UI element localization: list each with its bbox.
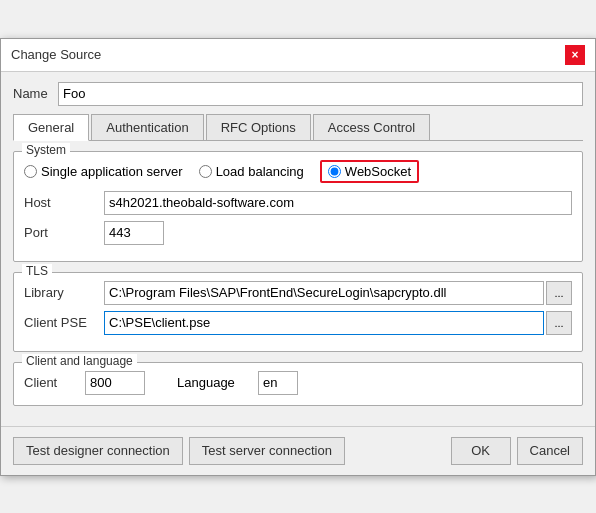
library-row: Library ... — [24, 281, 572, 305]
radio-single-app[interactable]: Single application server — [24, 164, 183, 179]
radio-websocket-highlighted: WebSocket — [320, 160, 419, 183]
test-designer-connection-button[interactable]: Test designer connection — [13, 437, 183, 465]
dialog-title: Change Source — [11, 47, 101, 62]
host-label: Host — [24, 195, 104, 210]
name-input[interactable] — [58, 82, 583, 106]
client-pse-input[interactable] — [104, 311, 544, 335]
dialog-body: Name General Authentication RFC Options … — [1, 72, 595, 426]
tabs: General Authentication RFC Options Acces… — [13, 114, 583, 141]
library-label: Library — [24, 285, 104, 300]
client-language-group-label: Client and language — [22, 354, 137, 368]
client-language-group: Client and language Client Language — [13, 362, 583, 406]
radio-websocket-input[interactable] — [328, 165, 341, 178]
language-label: Language — [177, 375, 242, 390]
host-input[interactable] — [104, 191, 572, 215]
name-label: Name — [13, 86, 58, 101]
client-pse-browse-button[interactable]: ... — [546, 311, 572, 335]
library-input[interactable] — [104, 281, 544, 305]
name-row: Name — [13, 82, 583, 106]
tab-general[interactable]: General — [13, 114, 89, 141]
radio-single-app-label: Single application server — [41, 164, 183, 179]
radio-load-balancing[interactable]: Load balancing — [199, 164, 304, 179]
radio-websocket-label: WebSocket — [345, 164, 411, 179]
port-row: Port — [24, 221, 572, 245]
tls-group-label: TLS — [22, 264, 52, 278]
client-pse-row: Client PSE ... — [24, 311, 572, 335]
port-label: Port — [24, 225, 104, 240]
system-group: System Single application server Load ba… — [13, 151, 583, 262]
radio-single-app-input[interactable] — [24, 165, 37, 178]
tab-access-control[interactable]: Access Control — [313, 114, 430, 140]
title-bar: Change Source × — [1, 39, 595, 72]
client-lang-row: Client Language — [24, 371, 572, 395]
dialog-footer: Test designer connection Test server con… — [1, 426, 595, 475]
radio-load-balancing-label: Load balancing — [216, 164, 304, 179]
tls-group: TLS Library ... Client PSE ... — [13, 272, 583, 352]
test-server-connection-button[interactable]: Test server connection — [189, 437, 345, 465]
client-input[interactable] — [85, 371, 145, 395]
library-browse-button[interactable]: ... — [546, 281, 572, 305]
tab-rfc-options[interactable]: RFC Options — [206, 114, 311, 140]
client-pse-label: Client PSE — [24, 315, 104, 330]
footer-left-buttons: Test designer connection Test server con… — [13, 437, 345, 465]
system-radio-row: Single application server Load balancing… — [24, 160, 572, 183]
system-group-label: System — [22, 143, 70, 157]
tab-authentication[interactable]: Authentication — [91, 114, 203, 140]
host-row: Host — [24, 191, 572, 215]
change-source-dialog: Change Source × Name General Authenticat… — [0, 38, 596, 476]
radio-load-balancing-input[interactable] — [199, 165, 212, 178]
footer-right-buttons: OK Cancel — [451, 437, 583, 465]
cancel-button[interactable]: Cancel — [517, 437, 583, 465]
radio-websocket[interactable]: WebSocket — [328, 164, 411, 179]
port-input[interactable] — [104, 221, 164, 245]
close-button[interactable]: × — [565, 45, 585, 65]
language-input[interactable] — [258, 371, 298, 395]
client-label: Client — [24, 375, 69, 390]
ok-button[interactable]: OK — [451, 437, 511, 465]
